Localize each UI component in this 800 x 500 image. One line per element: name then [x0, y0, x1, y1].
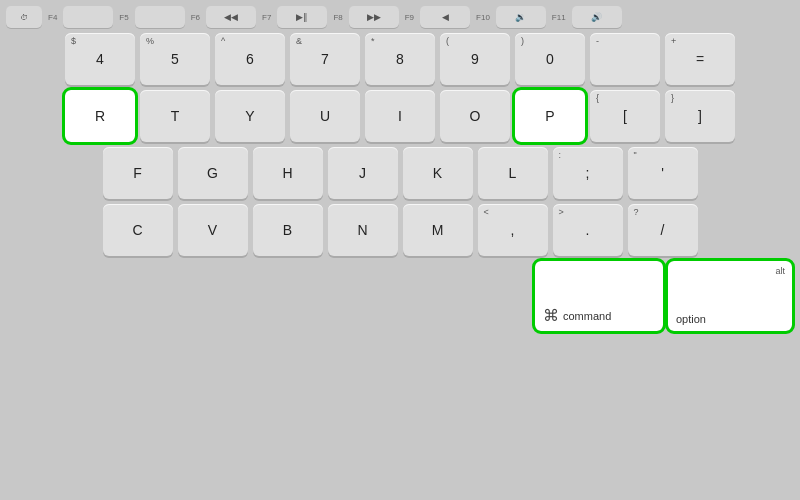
key-n[interactable]: N — [328, 204, 398, 256]
keyboard: ⏱ F4 F5 F6 ◀◀ F7 ▶‖ F8 ▶▶ F9 ◀ F10 🔉 F11… — [4, 6, 796, 331]
key-minus[interactable]: - — [590, 33, 660, 85]
key-command[interactable]: ⌘ command — [535, 261, 663, 331]
fn-key-f8[interactable]: ▶‖ — [277, 6, 327, 28]
key-h[interactable]: H — [253, 147, 323, 199]
key-j[interactable]: J — [328, 147, 398, 199]
key-p[interactable]: P — [515, 90, 585, 142]
top-letter-row: R T Y U I O P { [ } ] — [4, 90, 796, 142]
fn-key-f10[interactable]: ◀ — [420, 6, 470, 28]
key-l[interactable]: L — [478, 147, 548, 199]
key-slash[interactable]: ? / — [628, 204, 698, 256]
key-u[interactable]: U — [290, 90, 360, 142]
key-r[interactable]: R — [65, 90, 135, 142]
key-8[interactable]: * 8 — [365, 33, 435, 85]
fn-key-f4[interactable]: ⏱ — [6, 6, 42, 28]
key-bracket-left[interactable]: { [ — [590, 90, 660, 142]
key-equals[interactable]: + = — [665, 33, 735, 85]
key-period[interactable]: > . — [553, 204, 623, 256]
key-c[interactable]: C — [103, 204, 173, 256]
key-4[interactable]: $ 4 — [65, 33, 135, 85]
key-6[interactable]: ^ 6 — [215, 33, 285, 85]
fn-key-f6[interactable] — [135, 6, 185, 28]
bottom-letter-row: C V B N M < , > . ? / — [4, 204, 796, 256]
fn-key-f11[interactable]: 🔉 — [496, 6, 546, 28]
mid-letter-row: F G H J K L : ; " ' — [4, 147, 796, 199]
key-g[interactable]: G — [178, 147, 248, 199]
key-v[interactable]: V — [178, 204, 248, 256]
key-0[interactable]: ) 0 — [515, 33, 585, 85]
key-7[interactable]: & 7 — [290, 33, 360, 85]
key-5[interactable]: % 5 — [140, 33, 210, 85]
modifier-row: ⌘ command alt option — [4, 261, 796, 331]
fn-key-f12[interactable]: 🔊 — [572, 6, 622, 28]
key-o[interactable]: O — [440, 90, 510, 142]
key-t[interactable]: T — [140, 90, 210, 142]
key-f[interactable]: F — [103, 147, 173, 199]
fn-key-f7[interactable]: ◀◀ — [206, 6, 256, 28]
key-9[interactable]: ( 9 — [440, 33, 510, 85]
key-comma[interactable]: < , — [478, 204, 548, 256]
key-option[interactable]: alt option — [668, 261, 792, 331]
number-row: $ 4 % 5 ^ 6 & 7 * 8 ( 9 ) 0 - — [4, 33, 796, 85]
key-k[interactable]: K — [403, 147, 473, 199]
fn-key-f9[interactable]: ▶▶ — [349, 6, 399, 28]
key-quote[interactable]: " ' — [628, 147, 698, 199]
key-i[interactable]: I — [365, 90, 435, 142]
fn-row: ⏱ F4 F5 F6 ◀◀ F7 ▶‖ F8 ▶▶ F9 ◀ F10 🔉 F11… — [4, 6, 796, 28]
key-m[interactable]: M — [403, 204, 473, 256]
key-semicolon[interactable]: : ; — [553, 147, 623, 199]
key-y[interactable]: Y — [215, 90, 285, 142]
key-bracket-right[interactable]: } ] — [665, 90, 735, 142]
key-b[interactable]: B — [253, 204, 323, 256]
fn-key-f5[interactable] — [63, 6, 113, 28]
